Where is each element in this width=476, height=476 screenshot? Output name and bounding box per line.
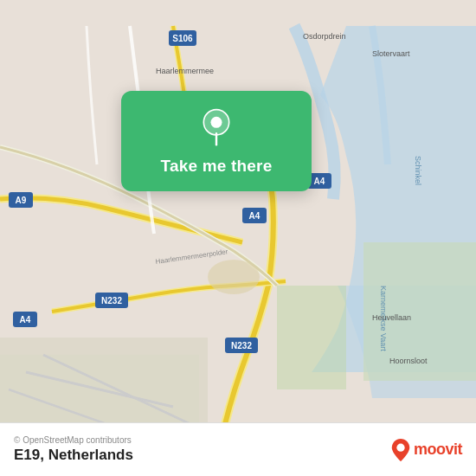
svg-text:A9: A9 bbox=[16, 196, 27, 205]
cta-card[interactable]: Take me there bbox=[121, 91, 312, 191]
svg-point-20 bbox=[208, 260, 260, 294]
svg-text:Slotervaart: Slotervaart bbox=[372, 49, 410, 58]
location-info: © OpenStreetMap contributors E19, Nether… bbox=[14, 435, 133, 464]
svg-rect-3 bbox=[277, 286, 346, 389]
svg-text:Hoornsloot: Hoornsloot bbox=[389, 357, 428, 365]
svg-text:A4: A4 bbox=[314, 177, 325, 186]
moovit-text: moovit bbox=[414, 441, 462, 459]
svg-text:A4: A4 bbox=[249, 211, 261, 221]
svg-text:Schinkel: Schinkel bbox=[414, 156, 422, 185]
location-name: E19, Netherlands bbox=[14, 447, 133, 464]
map-container: A4 A4 A9 A4 N232 N232 S106 Osdorpdrein bbox=[0, 0, 476, 476]
svg-text:Heuvellaan: Heuvellaan bbox=[372, 313, 411, 322]
moovit-pin-icon bbox=[391, 439, 410, 461]
svg-text:S106: S106 bbox=[172, 34, 193, 43]
svg-text:N232: N232 bbox=[231, 341, 252, 351]
svg-text:Haarlemmermee: Haarlemmermee bbox=[156, 67, 214, 75]
svg-text:N232: N232 bbox=[101, 296, 122, 306]
svg-point-32 bbox=[210, 117, 222, 128]
svg-point-33 bbox=[396, 443, 404, 451]
svg-text:A4: A4 bbox=[20, 315, 31, 325]
bottom-bar: © OpenStreetMap contributors E19, Nether… bbox=[0, 422, 476, 476]
map-svg: A4 A4 A9 A4 N232 N232 S106 Osdorpdrein bbox=[0, 0, 476, 476]
map-attribution: © OpenStreetMap contributors bbox=[14, 435, 133, 445]
cta-button-label: Take me there bbox=[161, 157, 273, 176]
moovit-logo: moovit bbox=[391, 439, 462, 461]
location-pin-icon bbox=[197, 108, 235, 146]
svg-text:Osdorpdrein: Osdorpdrein bbox=[303, 32, 346, 41]
